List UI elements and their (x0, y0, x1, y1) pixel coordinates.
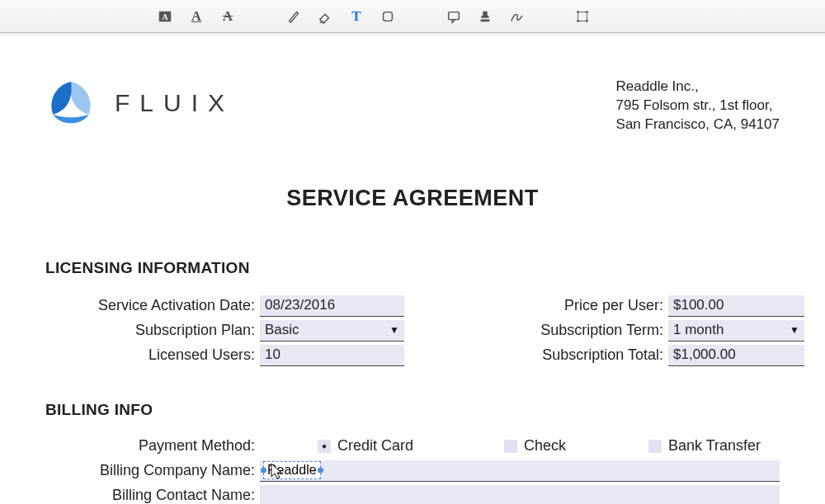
svg-rect-12 (587, 12, 587, 21)
fluix-logo-text: FLUIX (115, 89, 234, 117)
resize-handle-icon[interactable] (261, 468, 266, 473)
subscription-total-label: Subscription Total: (495, 346, 668, 364)
licensing-section-heading: LICENSING INFORMATION (45, 259, 780, 277)
stamp-tool-icon[interactable] (477, 8, 493, 25)
subscription-total-field[interactable]: $1,000.00 (668, 345, 804, 366)
text-tool-icon[interactable]: T (348, 8, 365, 25)
radio-icon: ● (318, 440, 331, 453)
company-logo: FLUIX (45, 78, 234, 129)
document-page: FLUIX Readdle Inc., 795 Folsom str., 1st… (0, 36, 825, 504)
resize-handle-icon[interactable] (318, 468, 323, 473)
shape-tool-icon[interactable] (380, 8, 396, 25)
activation-date-label: Service Activation Date: (45, 297, 260, 314)
company-address: Readdle Inc., 795 Folsom str., 1st floor… (616, 78, 780, 134)
payment-option-bank-transfer[interactable]: Bank Transfer (648, 437, 761, 455)
billing-section-heading: BILLING INFO (45, 401, 780, 419)
payment-option-label: Credit Card (337, 437, 413, 455)
svg-rect-3 (384, 12, 393, 21)
svg-text:A: A (162, 12, 168, 21)
radio-icon (648, 440, 662, 453)
licensed-users-label: Licensed Users: (45, 346, 260, 364)
price-per-user-field[interactable]: $100.00 (668, 295, 804, 317)
billing-company-name-label: Billing Company Name: (45, 462, 260, 479)
payment-method-label: Payment Method: (45, 437, 260, 455)
signature-tool-icon[interactable] (508, 8, 525, 25)
subscription-term-value: 1 month (673, 322, 724, 338)
payment-option-label: Bank Transfer (668, 437, 761, 455)
price-per-user-label: Price per User: (495, 297, 668, 314)
payment-option-label: Check (524, 437, 566, 455)
svg-rect-4 (449, 12, 460, 19)
address-line: Readdle Inc., (616, 78, 780, 97)
chevron-down-icon: ▼ (389, 324, 399, 336)
underline-text-icon[interactable]: A (188, 8, 205, 25)
billing-contact-name-label: Billing Contact Name: (45, 487, 260, 504)
strikethrough-text-icon[interactable]: A (219, 8, 236, 25)
address-line: 795 Folsom str., 1st floor, (616, 97, 780, 115)
payment-option-check[interactable]: Check (504, 437, 566, 455)
annotation-toolbar: A A A T (0, 0, 825, 33)
svg-rect-11 (578, 12, 578, 21)
document-title: SERVICE AGREEMENT (45, 186, 780, 211)
svg-rect-9 (578, 12, 587, 12)
subscription-plan-label: Subscription Plan: (45, 322, 260, 339)
mouse-cursor-icon (268, 462, 285, 482)
billing-company-name-field[interactable]: Readdle (260, 460, 780, 482)
billing-contact-name-field[interactable] (260, 485, 780, 504)
fluix-logo-icon (45, 78, 97, 129)
subscription-plan-value: Basic (265, 322, 299, 338)
chevron-down-icon: ▼ (790, 324, 799, 336)
activation-date-field[interactable]: 08/23/2016 (260, 295, 404, 317)
address-line: San Francisco, CA, 94107 (616, 115, 780, 134)
pen-tool-icon[interactable] (285, 8, 302, 25)
subscription-term-dropdown[interactable]: 1 month ▼ (668, 320, 804, 341)
licensed-users-field[interactable]: 10 (260, 345, 404, 366)
highlight-text-icon[interactable]: A (157, 8, 173, 25)
radio-icon (504, 440, 517, 453)
selection-tool-icon[interactable] (574, 8, 591, 25)
subscription-term-label: Subscription Term: (495, 322, 668, 339)
subscription-plan-dropdown[interactable]: Basic ▼ (260, 320, 404, 341)
payment-option-credit-card[interactable]: ● Credit Card (318, 437, 413, 455)
eraser-tool-icon[interactable] (317, 8, 333, 25)
svg-rect-10 (578, 20, 587, 21)
note-tool-icon[interactable] (446, 8, 462, 25)
